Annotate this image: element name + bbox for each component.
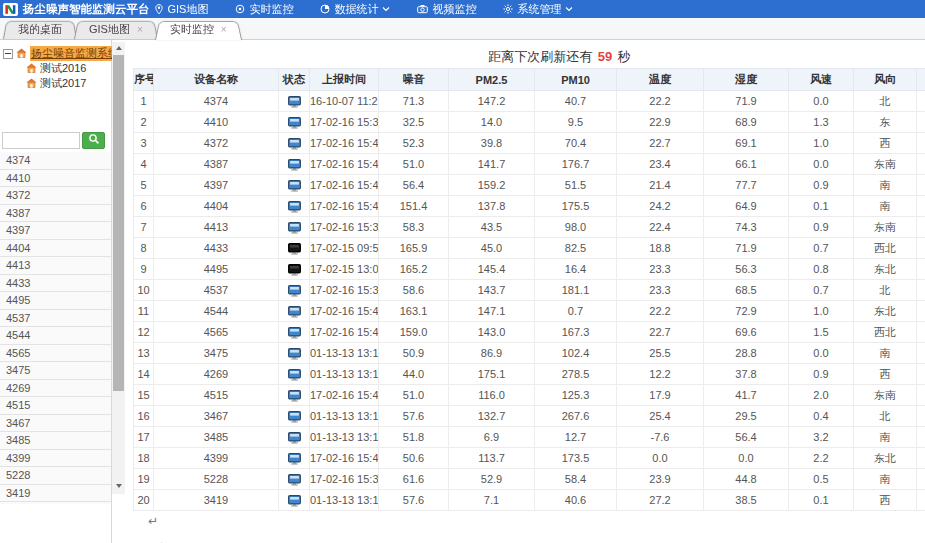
table-row[interactable]: 2441017-02-16 15:37:3832.514.09.522.968.… xyxy=(134,112,925,133)
menu-data-stats[interactable]: 数据统计 xyxy=(320,2,390,17)
table-cell: 57.6 xyxy=(379,490,449,511)
menu-realtime-monitor[interactable]: 实时监控 xyxy=(235,2,293,17)
device-list-item[interactable]: 3475 xyxy=(0,362,111,380)
device-list-item[interactable]: 5228 xyxy=(0,467,111,485)
status-cell xyxy=(279,406,310,427)
table-cell: 11 xyxy=(134,301,154,322)
table-cell: 南 xyxy=(854,469,917,490)
scroll-up-icon[interactable] xyxy=(112,42,125,54)
device-search-input[interactable] xyxy=(2,132,80,149)
scroll-down-icon[interactable] xyxy=(112,480,125,492)
brand[interactable]: 扬尘噪声智能监测云平台 xyxy=(0,2,150,17)
table-cell: 61.6 xyxy=(379,469,449,490)
table-cell: 17-02-16 15:40:00 xyxy=(310,133,379,154)
monitor-online-icon xyxy=(288,432,301,444)
table-row[interactable]: 20341901-13-13 13:13:1357.67.140.627.238… xyxy=(134,490,925,511)
menu-video-monitor[interactable]: 视频监控 xyxy=(417,2,476,17)
table-cell: 4374 xyxy=(154,91,279,112)
table-cell: 4413 xyxy=(154,217,279,238)
status-cell xyxy=(279,427,310,448)
tree-child-node[interactable]: 测试2016 xyxy=(26,61,111,76)
refresh-seconds: 59 xyxy=(596,49,614,64)
table-cell: 132.7 xyxy=(449,406,535,427)
table-row[interactable]: 7441317-02-16 15:39:2858.343.598.022.474… xyxy=(134,217,925,238)
device-list-item[interactable]: 4372 xyxy=(0,187,111,205)
monitor-online-icon xyxy=(288,180,301,192)
table-cell xyxy=(917,175,925,196)
table-cell: 51.8 xyxy=(379,427,449,448)
table-row[interactable]: 13347501-13-13 13:13:1350.986.9102.425.5… xyxy=(134,343,925,364)
device-list-item[interactable]: 4374 xyxy=(0,152,111,170)
device-list-item[interactable]: 3485 xyxy=(0,432,111,450)
table-row[interactable]: 9449517-02-15 13:08:14165.2145.416.423.3… xyxy=(134,259,925,280)
table-cell: 16.4 xyxy=(535,259,617,280)
device-list-item[interactable]: 4387 xyxy=(0,205,111,223)
device-list-item[interactable]: 4397 xyxy=(0,222,111,240)
monitor-online-icon xyxy=(288,327,301,339)
device-list-item[interactable]: 3419 xyxy=(0,485,111,503)
device-list: 4374441043724387439744044413443344954537… xyxy=(0,152,111,504)
tree-root-label[interactable]: 扬尘噪音监测系统 xyxy=(30,46,120,61)
table-cell: 21.4 xyxy=(617,175,704,196)
table-cell: 南 xyxy=(854,175,917,196)
device-list-item[interactable]: 4495 xyxy=(0,292,111,310)
device-list-item[interactable]: 4565 xyxy=(0,345,111,363)
table-cell: 17 xyxy=(134,427,154,448)
table-cell: 17-02-16 15:39:34 xyxy=(310,280,379,301)
tab-close-icon[interactable] xyxy=(221,24,227,35)
table-cell: 0.0 xyxy=(789,154,854,175)
table-row[interactable]: 19522817-02-16 15:37:0061.652.958.423.94… xyxy=(134,469,925,490)
table-row[interactable]: 12456517-02-16 15:45:24159.0143.0167.322… xyxy=(134,322,925,343)
device-list-item[interactable]: 4433 xyxy=(0,275,111,293)
tab-my-desktop[interactable]: 我的桌面 xyxy=(3,19,77,39)
tab-gis-map[interactable]: GIS地图 xyxy=(74,19,158,39)
device-list-item[interactable]: 4413 xyxy=(0,257,111,275)
device-list-item[interactable]: 4410 xyxy=(0,170,111,188)
table-cell: 24.2 xyxy=(617,196,704,217)
table-cell: 0.4 xyxy=(789,406,854,427)
device-list-item[interactable]: 4515 xyxy=(0,397,111,415)
device-list-item[interactable]: 3467 xyxy=(0,415,111,433)
tab-close-icon[interactable] xyxy=(137,24,143,35)
device-list-item[interactable]: 4399 xyxy=(0,450,111,468)
tab-realtime-monitor[interactable]: 实时监控 xyxy=(155,19,242,40)
table-row[interactable]: 1437416-10-07 11:26:0271.3147.240.722.27… xyxy=(134,91,925,112)
device-list-item[interactable]: 4544 xyxy=(0,327,111,345)
table-row[interactable]: 4438717-02-16 15:40:1151.0141.7176.723.4… xyxy=(134,154,925,175)
device-list-item[interactable]: 4537 xyxy=(0,310,111,328)
device-list-item[interactable] xyxy=(0,502,111,504)
table-row[interactable]: 10453717-02-16 15:39:3458.6143.7181.123.… xyxy=(134,280,925,301)
table-cell: 58.6 xyxy=(379,280,449,301)
table-row[interactable]: 16346701-13-13 13:13:1357.6132.7267.625.… xyxy=(134,406,925,427)
tree-root-node[interactable]: 扬尘噪音监测系统 xyxy=(3,46,111,61)
tree-collapse-icon[interactable] xyxy=(3,49,13,59)
table-row[interactable]: 6440417-02-16 15:47:54151.4137.8175.524.… xyxy=(134,196,925,217)
search-button[interactable] xyxy=(82,132,105,149)
table-row[interactable]: 3437217-02-16 15:40:0052.339.870.422.769… xyxy=(134,133,925,154)
sidebar-scrollbar[interactable] xyxy=(112,42,125,494)
device-list-item[interactable]: 4269 xyxy=(0,380,111,398)
scrollbar-thumb[interactable] xyxy=(113,55,124,391)
table-cell: 7 xyxy=(134,217,154,238)
top-menu: GIS地图实时监控数据统计视频监控系统管理 xyxy=(154,2,574,17)
house-icon xyxy=(26,63,37,75)
device-list-item[interactable]: 4404 xyxy=(0,240,111,258)
table-cell: 4537 xyxy=(154,280,279,301)
table-cell: 01-13-13 13:13:13 xyxy=(310,490,379,511)
table-row[interactable]: 14426901-13-13 13:13:1344.0175.1278.512.… xyxy=(134,364,925,385)
column-header: 湿度 xyxy=(704,69,789,91)
table-cell xyxy=(917,469,925,490)
menu-system-admin[interactable]: 系统管理 xyxy=(503,2,573,17)
table-row[interactable]: 11454417-02-16 15:45:59163.1147.10.722.2… xyxy=(134,301,925,322)
table-row[interactable]: 15451517-02-16 15:43:1051.0116.0125.317.… xyxy=(134,385,925,406)
table-row[interactable]: 17348501-13-13 13:13:1351.86.912.7-7.656… xyxy=(134,427,925,448)
table-row[interactable]: 8443317-02-15 09:52:37165.945.082.518.87… xyxy=(134,238,925,259)
table-row[interactable]: 5439717-02-16 15:41:0156.4159.251.521.47… xyxy=(134,175,925,196)
menu-gis-map[interactable]: GIS地图 xyxy=(154,2,209,17)
table-cell: 72.9 xyxy=(704,301,789,322)
status-cell xyxy=(279,238,310,259)
table-cell: 86.9 xyxy=(449,343,535,364)
table-row[interactable]: 18439917-02-16 15:47:4550.6113.7173.50.0… xyxy=(134,448,925,469)
caret-down-icon xyxy=(382,6,390,12)
tree-child-node[interactable]: 测试2017 xyxy=(26,76,111,91)
